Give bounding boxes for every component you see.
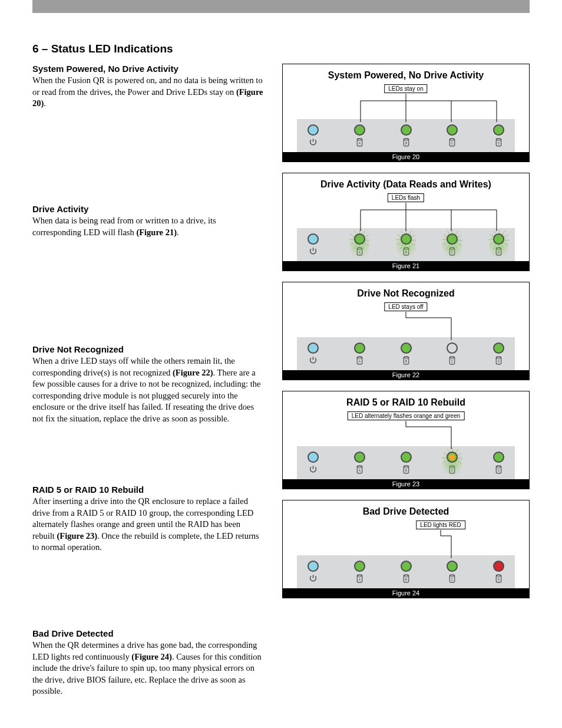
svg-text:C: C <box>451 360 454 363</box>
drive-icon: C <box>447 465 457 475</box>
led-B: B <box>401 124 412 147</box>
section-body: When data is being read from or written … <box>32 215 265 238</box>
led-power <box>308 124 319 147</box>
svg-text:C: C <box>451 251 454 254</box>
power-icon <box>308 574 318 584</box>
power-icon <box>308 137 318 147</box>
drive-icon: A <box>355 246 365 256</box>
section-drive-activity: Drive Activity When data is being read f… <box>32 204 265 328</box>
section-drive-not-recognized: Drive Not Recognized When a drive LED st… <box>32 344 265 468</box>
svg-rect-30 <box>450 248 455 255</box>
led-circle <box>401 561 412 572</box>
led-diagram: LEDs stay onABCD <box>290 84 522 152</box>
led-C: C <box>447 561 458 584</box>
drive-icon: C <box>447 574 457 584</box>
led-D: D <box>493 233 504 256</box>
drive-icon: A <box>355 574 365 584</box>
page-content: 6 – Status LED Indications System Powere… <box>0 13 562 728</box>
led-A: A <box>354 561 365 584</box>
callout-label: LED lights RED <box>416 521 465 529</box>
svg-point-34 <box>497 248 501 249</box>
drive-icon: C <box>447 574 457 584</box>
svg-rect-24 <box>357 248 362 255</box>
led-A: A <box>354 452 365 475</box>
svg-point-25 <box>358 248 362 249</box>
figure-box: Bad Drive DetectedLED lights REDABCDFigu… <box>282 500 530 598</box>
led-circle <box>308 342 319 354</box>
section-heading: RAID 5 or RAID 10 Rebuild <box>32 485 265 495</box>
figure-box: Drive Activity (Data Reads and Writes)LE… <box>282 173 530 271</box>
led-B: B <box>401 233 412 256</box>
svg-text:D: D <box>497 578 500 581</box>
drive-icon: A <box>355 465 365 475</box>
svg-point-7 <box>358 139 362 140</box>
led-D: D <box>493 452 504 475</box>
svg-point-16 <box>497 139 501 140</box>
led-A: A <box>354 233 365 256</box>
page-title: 6 – Status LED Indications <box>32 42 530 55</box>
drive-icon: A <box>355 246 365 256</box>
led-diagram: LED alternately flashes orange and green… <box>290 411 522 479</box>
svg-point-40 <box>358 357 362 358</box>
svg-point-28 <box>404 248 408 249</box>
header-bar <box>32 0 530 13</box>
figure-caption: Figure 20 <box>283 152 529 162</box>
figure-caption: Figure 22 <box>283 370 529 380</box>
figure-title: RAID 5 or RAID 10 Rebuild <box>290 397 522 408</box>
led-power <box>308 452 319 475</box>
svg-point-61 <box>450 466 454 467</box>
led-diagram: LED stays offABCD <box>290 302 522 370</box>
drive-icon: B <box>401 355 411 365</box>
led-diagram: LEDs flashABCD <box>290 193 522 261</box>
led-strip: ABCD <box>297 446 515 479</box>
led-power <box>308 233 319 256</box>
led-circle <box>401 124 412 136</box>
figure-caption: Figure 21 <box>283 261 529 271</box>
svg-text:B: B <box>405 578 407 581</box>
svg-point-13 <box>450 139 454 140</box>
drive-icon: D <box>494 465 504 475</box>
led-C: C <box>447 233 458 256</box>
led-circle <box>354 124 365 136</box>
figure-title: Drive Activity (Data Reads and Writes) <box>290 179 522 190</box>
led-strip: ABCD <box>297 228 515 261</box>
led-circle <box>493 561 504 572</box>
section-body: When the QR determines a drive has gone … <box>32 640 265 697</box>
drive-icon: B <box>401 355 411 365</box>
led-A: A <box>354 342 365 365</box>
drive-icon: A <box>355 465 365 475</box>
power-icon <box>308 465 318 475</box>
led-B: B <box>401 342 412 365</box>
figure-box: Drive Not RecognizedLED stays offABCDFig… <box>282 282 530 380</box>
text-column: System Powered, No Drive Activity When t… <box>32 64 265 728</box>
figure-title: System Powered, No Drive Activity <box>290 70 522 81</box>
led-C: C <box>447 342 458 365</box>
figure-caption: Figure 23 <box>283 479 529 489</box>
led-circle <box>401 452 412 463</box>
drive-icon: D <box>494 574 504 584</box>
led-circle <box>354 452 365 463</box>
svg-text:D: D <box>497 251 500 254</box>
led-circle <box>493 124 504 136</box>
figure-box: System Powered, No Drive ActivityLEDs st… <box>282 64 530 162</box>
svg-text:B: B <box>405 251 407 254</box>
drive-icon: C <box>447 465 457 475</box>
svg-text:A: A <box>358 578 361 581</box>
drive-icon: D <box>494 355 504 365</box>
led-circle <box>308 561 319 572</box>
figure-title: Bad Drive Detected <box>290 506 522 517</box>
led-circle <box>447 452 458 463</box>
svg-text:A: A <box>358 251 361 254</box>
svg-point-79 <box>497 575 501 577</box>
led-A: A <box>354 124 365 147</box>
drive-icon: B <box>401 465 411 475</box>
drive-icon: A <box>355 574 365 584</box>
svg-point-73 <box>404 575 408 577</box>
led-C: C <box>447 452 458 475</box>
power-icon <box>308 355 318 365</box>
svg-point-43 <box>404 357 408 358</box>
power-icon <box>308 246 318 256</box>
led-D: D <box>493 342 504 365</box>
section-heading: Drive Not Recognized <box>32 344 265 354</box>
svg-text:A: A <box>358 360 361 363</box>
